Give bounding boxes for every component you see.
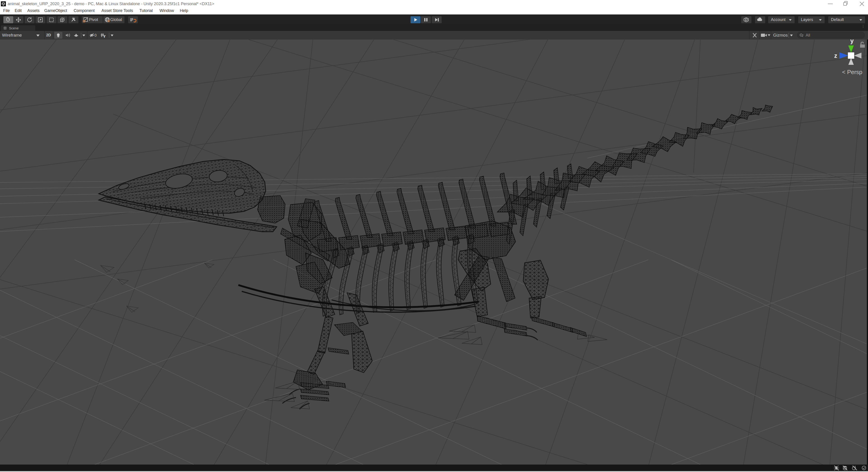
svg-text:Default: Default bbox=[831, 18, 844, 22]
svg-text:0: 0 bbox=[94, 33, 96, 37]
svg-text:Y: Y bbox=[103, 35, 105, 38]
svg-text:Account: Account bbox=[771, 18, 785, 22]
svg-text:Pivot: Pivot bbox=[89, 18, 98, 22]
svg-text:y: y bbox=[850, 39, 854, 44]
svg-text:Global: Global bbox=[110, 18, 122, 22]
svg-text:Layers: Layers bbox=[801, 18, 813, 22]
svg-text:< Persp: < Persp bbox=[842, 69, 862, 75]
svg-text:z: z bbox=[834, 53, 837, 59]
